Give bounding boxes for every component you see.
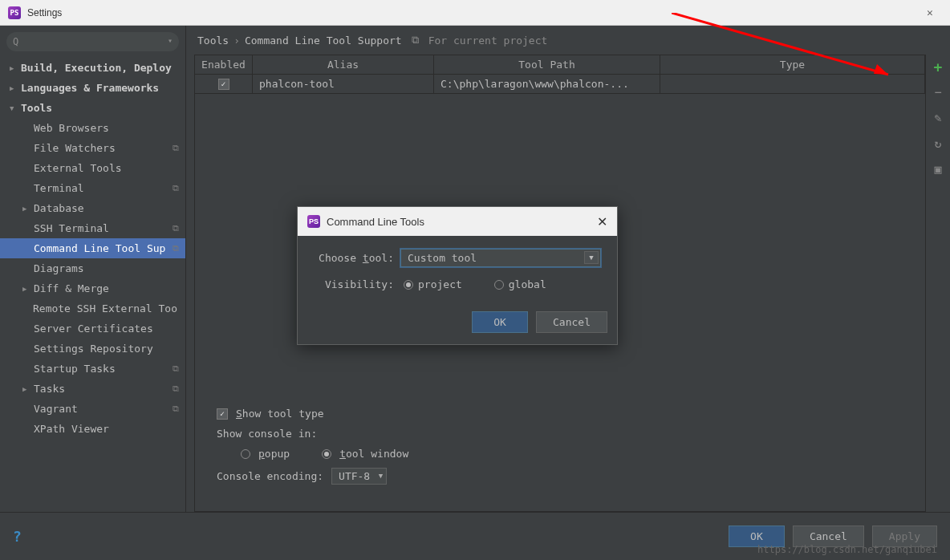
sidebar-item-label: Diagrams (34, 262, 84, 274)
tree-arrow-icon: ▶ (22, 385, 34, 393)
col-header-alias[interactable]: Alias (253, 55, 434, 74)
visibility-project-radio[interactable] (404, 280, 413, 290)
sidebar-item-label: Languages & Frameworks (21, 82, 159, 94)
show-tool-type-label: SShow tool typehow tool type (236, 408, 324, 420)
tree-arrow-icon: ▶ (22, 205, 34, 213)
project-scope-icon: ⧉ (173, 183, 179, 193)
add-button[interactable]: + (931, 59, 945, 74)
sidebar-item[interactable]: Vagrant⧉ (0, 399, 185, 419)
dialog-title: Command Line Tools (327, 216, 597, 228)
help-icon[interactable]: ? (13, 528, 721, 545)
sidebar-item[interactable]: Startup Tasks⧉ (0, 359, 185, 379)
sidebar-item-label: Remote SSH External Too (33, 302, 177, 314)
dialog-cancel-button[interactable]: Cancel (536, 311, 607, 333)
project-scope-icon: ⧉ (173, 143, 179, 153)
sidebar-item[interactable]: Terminal⧉ (0, 178, 185, 198)
titlebar: PS Settings ✕ (0, 0, 950, 26)
sidebar-item-label: Build, Execution, Deploy (21, 62, 172, 74)
breadcrumb-part: Tools (197, 34, 229, 47)
project-scope-icon: ⧉ (173, 383, 179, 394)
encoding-label: Console encoding: (217, 470, 323, 482)
visibility-global-label: global (509, 278, 546, 290)
command-line-tools-dialog: PS Command Line Tools ✕ Choose tool: Cho… (297, 206, 618, 345)
col-header-type[interactable]: Type (660, 55, 925, 74)
sidebar-item[interactable]: Diagrams (0, 258, 185, 278)
sidebar-item[interactable]: Command Line Tool Sup⧉ (0, 238, 185, 258)
search-icon: Q (13, 36, 18, 47)
sidebar-item-label: External Tools (34, 162, 122, 174)
sidebar-item-label: Startup Tasks (34, 363, 116, 375)
refresh-button[interactable]: ↻ (931, 136, 945, 151)
cell-type (660, 75, 925, 93)
choose-tool-select[interactable]: Custom tool ▼ (400, 249, 601, 267)
sidebar-item[interactable]: ▶Languages & Frameworks (0, 78, 185, 98)
chevron-down-icon[interactable]: ▾ (168, 36, 173, 45)
app-icon: PS (307, 215, 320, 228)
close-icon[interactable]: ✕ (918, 6, 942, 18)
sidebar-item-label: Tasks (34, 383, 65, 395)
sidebar-item-label: Diff & Merge (34, 282, 109, 294)
sidebar: Q ▾ ▶Build, Execution, Deploy▶Languages … (0, 26, 186, 512)
sidebar-item[interactable]: External Tools (0, 158, 185, 178)
sidebar-item-label: Tools (21, 102, 52, 114)
settings-tree: ▶Build, Execution, Deploy▶Languages & Fr… (0, 58, 185, 512)
breadcrumb-context: For current project (428, 34, 548, 47)
search-input[interactable]: Q ▾ (6, 32, 179, 51)
encoding-select[interactable]: UTF-8 ▼ (331, 468, 387, 485)
chevron-down-icon: ▼ (379, 472, 383, 480)
console-toolwindow-radio[interactable] (322, 449, 331, 459)
sidebar-item-label: XPath Viewer (34, 423, 109, 435)
tree-arrow-icon: ▶ (10, 84, 21, 92)
breadcrumb: Tools › Command Line Tool Support ⧉ For … (186, 26, 950, 55)
checkbox-icon[interactable]: ✓ (218, 79, 229, 90)
cell-enabled[interactable]: ✓ (195, 75, 253, 93)
show-console-label: Show console in: (217, 428, 746, 440)
choose-tool-label: Choose tool: (314, 252, 394, 264)
app-icon: PS (8, 6, 21, 19)
sidebar-item[interactable]: ▶Database (0, 198, 185, 218)
sidebar-item[interactable]: Remote SSH External Too (0, 298, 185, 319)
sidebar-item-label: Web Browsers (34, 122, 109, 134)
tree-arrow-icon: ▶ (10, 64, 21, 72)
encoding-value: UTF-8 (339, 470, 370, 482)
tree-arrow-icon: ▶ (22, 285, 34, 293)
sidebar-item[interactable]: XPath Viewer (0, 419, 185, 439)
cell-path: C:\php\laragon\www\phalcon-... (434, 75, 660, 93)
sidebar-item[interactable]: ▼Tools (0, 98, 185, 118)
col-header-enabled[interactable]: Enabled (195, 55, 253, 74)
close-icon[interactable]: ✕ (597, 214, 607, 229)
table-row[interactable]: ✓ phalcon-tool C:\php\laragon\www\phalco… (195, 75, 925, 94)
visibility-global-radio[interactable] (494, 280, 504, 290)
sidebar-item[interactable]: Web Browsers (0, 118, 185, 138)
project-scope-icon: ⧉ (173, 223, 179, 233)
visibility-project-label: project (418, 278, 462, 290)
project-scope-icon: ⧉ (173, 404, 179, 414)
sidebar-item[interactable]: File Watchers⧉ (0, 138, 185, 158)
sidebar-item-label: Settings Repository (34, 343, 153, 355)
sidebar-item-label: Vagrant (34, 403, 78, 415)
sidebar-item-label: Database (34, 202, 84, 214)
sidebar-item[interactable]: ▶Tasks⧉ (0, 379, 185, 399)
sidebar-item-label: Terminal (34, 182, 84, 194)
chevron-down-icon: ▼ (584, 251, 599, 264)
console-toolwindow-label: tool window (339, 448, 408, 460)
folder-button[interactable]: ▣ (931, 162, 945, 177)
breadcrumb-separator: › (233, 34, 240, 47)
choose-tool-value: Custom tool (408, 252, 477, 264)
sidebar-item[interactable]: Server Certificates (0, 319, 185, 339)
sidebar-item[interactable]: Settings Repository (0, 339, 185, 359)
watermark: https://blog.csdn.net/ganqiubei (757, 544, 937, 555)
dialog-ok-button[interactable]: OK (472, 311, 528, 333)
sidebar-item[interactable]: ▶Diff & Merge (0, 278, 185, 298)
sidebar-item[interactable]: SSH Terminal⧉ (0, 218, 185, 238)
sidebar-item-label: SSH Terminal (34, 222, 109, 234)
console-popup-radio[interactable] (241, 449, 250, 459)
edit-button[interactable]: ✎ (931, 111, 945, 125)
visibility-label: Visibility: (314, 278, 394, 290)
show-tool-type-checkbox[interactable]: ✓ (217, 408, 228, 420)
remove-button[interactable]: − (931, 85, 945, 99)
sidebar-item[interactable]: ▶Build, Execution, Deploy (0, 58, 185, 78)
col-header-path[interactable]: Tool Path (434, 55, 660, 74)
cell-alias: phalcon-tool (253, 75, 434, 93)
sidebar-item-label: File Watchers (34, 142, 116, 154)
